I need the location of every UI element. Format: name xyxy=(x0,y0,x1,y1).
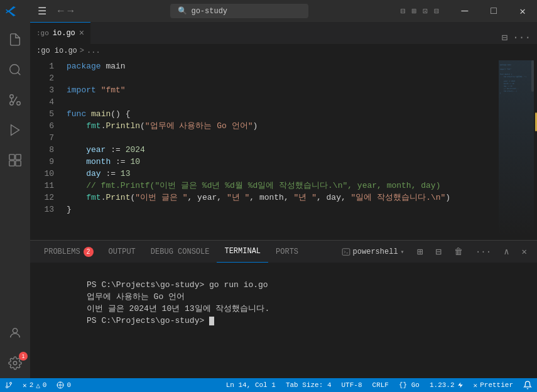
status-encoding[interactable]: UTF-8 xyxy=(337,378,367,392)
search-box[interactable]: 🔍 go-study xyxy=(170,4,308,18)
problems-badge: 2 xyxy=(84,247,94,257)
close-button[interactable]: ✕ xyxy=(508,0,537,22)
window-controls: ─ □ ✕ xyxy=(450,0,537,22)
panel-tab-output[interactable]: OUTPUT xyxy=(101,241,143,263)
encoding-text: UTF-8 xyxy=(342,381,362,389)
status-line-ending[interactable]: CRLF xyxy=(367,378,394,392)
status-language[interactable]: {} Go xyxy=(394,378,425,392)
status-errors[interactable]: ✕ 2 △ 0 xyxy=(18,378,52,392)
vscode-icon xyxy=(5,6,16,17)
sidebar-item-settings[interactable]: 1 xyxy=(0,348,30,378)
status-notifications[interactable] xyxy=(518,378,537,392)
sidebar-item-explorer[interactable] xyxy=(0,24,30,55)
panel: PROBLEMS 2 OUTPUT DEBUG CONSOLE TERMINAL… xyxy=(30,240,537,378)
code-line-9: month := 10 xyxy=(67,156,492,168)
sidebar-item-extensions[interactable] xyxy=(0,145,30,175)
terminal-content[interactable]: PS C:\Projects\go-study> go run io.go 업무… xyxy=(30,263,537,378)
menu-bar[interactable]: ☰ xyxy=(31,5,53,18)
code-line-13: } xyxy=(67,204,492,215)
nav-buttons: ← → xyxy=(53,6,79,17)
status-go-version[interactable]: 1.23.2 xyxy=(425,378,469,392)
tab-close-button[interactable]: × xyxy=(79,29,84,38)
svg-rect-11 xyxy=(342,248,350,255)
breadcrumb-file[interactable]: :go io.go xyxy=(36,46,77,55)
breadcrumb-symbol[interactable]: ... xyxy=(87,46,100,55)
panel-actions: powershell ▾ ⊞ ⊟ 🗑 ··· ∧ ✕ xyxy=(338,244,531,259)
svg-point-2 xyxy=(10,95,14,99)
status-tab-size[interactable]: Tab Size: 4 xyxy=(281,378,337,392)
svg-point-10 xyxy=(13,361,17,365)
svg-point-13 xyxy=(10,383,12,384)
terminal-cursor xyxy=(209,317,214,325)
layout-btn-1[interactable]: ⊟ xyxy=(401,6,406,16)
panel-tab-bar: PROBLEMS 2 OUTPUT DEBUG CONSOLE TERMINAL… xyxy=(30,241,537,263)
activity-bar: 1 xyxy=(0,22,30,378)
svg-rect-6 xyxy=(16,155,21,160)
sidebar-item-account[interactable] xyxy=(0,318,30,348)
nav-forward-button[interactable]: → xyxy=(68,6,74,17)
code-line-4 xyxy=(67,96,492,108)
line-numbers: 1 2 3 4 5 6 7 8 9 10 11 12 13 xyxy=(30,58,62,240)
tab-bar: :go io.go × ⊟ ··· xyxy=(30,22,537,44)
prettier-text: Prettier xyxy=(480,381,513,389)
status-branch[interactable] xyxy=(0,378,18,392)
app-icon-area xyxy=(0,6,31,17)
status-prettier[interactable]: ✕ Prettier xyxy=(469,378,518,392)
panel-tab-problems[interactable]: PROBLEMS 2 xyxy=(36,241,101,263)
status-bar-right: Ln 14, Col 1 Tab Size: 4 UTF-8 CRLF {} G… xyxy=(221,378,537,392)
status-bar-left: ✕ 2 △ 0 0 xyxy=(0,378,76,392)
terminal-shell-selector[interactable]: powershell ▾ xyxy=(338,246,408,258)
error-icon: ✕ xyxy=(23,381,27,389)
search-text[interactable]: go-study xyxy=(191,7,227,16)
status-bar: ✕ 2 △ 0 0 Ln 14, Col 1 Tab Size: 4 UTF-8… xyxy=(0,378,537,392)
sidebar-item-run[interactable] xyxy=(0,115,30,145)
svg-rect-7 xyxy=(9,161,14,166)
code-line-5: func main() { xyxy=(67,108,492,120)
shell-label: powershell xyxy=(353,248,398,256)
status-remote[interactable]: 0 xyxy=(52,378,76,392)
svg-point-14 xyxy=(6,386,8,388)
breadcrumb-sep: > xyxy=(80,46,84,55)
svg-point-1 xyxy=(17,102,21,106)
git-branch-icon xyxy=(5,381,13,389)
code-line-12: fmt.Print("이번 글은 ", year, "년 ", month, "… xyxy=(67,192,492,204)
panel-tab-terminal[interactable]: TERMINAL xyxy=(217,241,268,263)
panel-close-button[interactable]: ✕ xyxy=(518,245,531,258)
tab-prefix: :go xyxy=(36,30,49,37)
layout-btn-2[interactable]: ⊞ xyxy=(412,6,417,16)
main-area: 1 :go io.go × ⊟ ··· :go io.go > ... xyxy=(0,22,537,378)
layout-btn-3[interactable]: ⊡ xyxy=(423,6,428,16)
svg-point-3 xyxy=(10,102,14,106)
panel-more-button[interactable]: ··· xyxy=(472,246,495,258)
tab-io-go[interactable]: :go io.go × xyxy=(30,22,90,44)
panel-maximize-button[interactable]: ∧ xyxy=(500,245,513,258)
panel-tab-debug-console[interactable]: DEBUG CONSOLE xyxy=(143,241,217,263)
layout-btn-4[interactable]: ⊟ xyxy=(434,6,439,16)
language-text: {} Go xyxy=(399,381,420,389)
sidebar-item-search[interactable] xyxy=(0,55,30,85)
warning-icon: △ xyxy=(36,381,40,389)
code-line-1: package main xyxy=(67,60,492,72)
terminal-layout-button[interactable]: ⊟ xyxy=(431,244,445,259)
sidebar-item-git[interactable] xyxy=(0,85,30,115)
code-line-11: // fmt.Printf("이번 글은 %d년 %d월 %d일에 작성했습니다… xyxy=(67,180,492,192)
go-version-text: 1.23.2 xyxy=(430,381,455,389)
search-area[interactable]: 🔍 go-study xyxy=(79,4,400,18)
breadcrumb: :go io.go > ... xyxy=(30,44,537,58)
terminal-split-button[interactable]: ⊞ xyxy=(413,244,427,259)
code-editor[interactable]: 1 2 3 4 5 6 7 8 9 10 11 12 13 package ma… xyxy=(30,58,537,240)
nav-back-button[interactable]: ← xyxy=(58,6,64,17)
error-count: 2 xyxy=(30,381,34,389)
terminal-trash-button[interactable]: 🗑 xyxy=(450,246,467,258)
panel-tab-ports[interactable]: PORTS xyxy=(268,241,306,263)
maximize-button[interactable]: □ xyxy=(479,0,508,22)
window-layout-controls: ⊟ ⊞ ⊡ ⊟ xyxy=(401,6,445,16)
editor-split-button[interactable]: ⊟ xyxy=(502,31,508,44)
titlebar: ☰ ← → 🔍 go-study ⊟ ⊞ ⊡ ⊟ ─ □ ✕ xyxy=(0,0,537,22)
hamburger-menu-icon[interactable]: ☰ xyxy=(38,5,46,18)
tab-filename: io.go xyxy=(53,29,75,38)
status-cursor-pos[interactable]: Ln 14, Col 1 xyxy=(221,378,281,392)
editor-more-button[interactable]: ··· xyxy=(513,32,531,43)
svg-marker-16 xyxy=(458,383,463,388)
minimize-button[interactable]: ─ xyxy=(450,0,479,22)
